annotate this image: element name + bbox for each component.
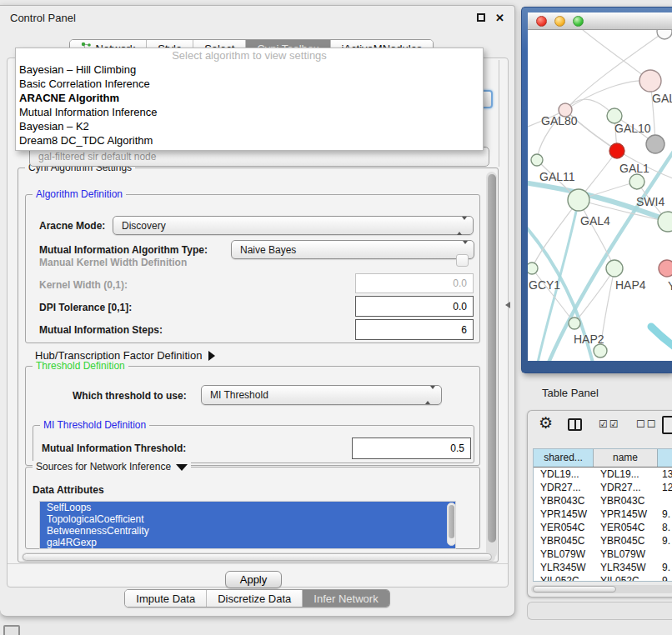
table-cell: YIL052C: [594, 574, 658, 582]
algorithm-option-dream8-dc-tdc-algorithm[interactable]: Dream8 DC_TDC Algorithm: [16, 133, 483, 148]
attribute-item-selfloops[interactable]: SelfLoops: [40, 502, 455, 513]
table-hscrollbar-thumb[interactable]: [533, 586, 616, 592]
network-edge[interactable]: [651, 327, 672, 349]
control-panel-titlebar: Control Panel ✕: [0, 6, 514, 29]
network-node[interactable]: [528, 262, 538, 274]
settings-hscrollbar[interactable]: [22, 552, 495, 562]
network-edge[interactable]: [565, 81, 650, 110]
table-row[interactable]: YBR043CYBR043C: [534, 494, 672, 508]
sources-group: Sources for Network Inference Data Attri…: [25, 467, 480, 549]
tab-infer-network[interactable]: Infer Network: [303, 590, 389, 607]
node-label-hap2: HAP2: [574, 332, 604, 346]
panel-divider-collapse-icon[interactable]: [505, 302, 510, 308]
attribute-item-gal4rgexp[interactable]: gal4RGexp: [40, 537, 455, 548]
which-threshold-select[interactable]: MI Threshold: [201, 385, 442, 405]
manual-kernel-checkbox[interactable]: [456, 254, 469, 267]
close-traffic-light-icon[interactable]: [536, 16, 547, 27]
node-label-gal4: GAL4: [580, 214, 610, 228]
network-node[interactable]: [658, 212, 672, 232]
bottom-tabs: Impute DataDiscretize DataInfer Network: [124, 589, 389, 608]
table-cell: YPR145W: [534, 508, 594, 521]
table-row[interactable]: YER054CYER054C8.: [534, 521, 672, 534]
algorithm-option-bayesian-hill-climbing[interactable]: Bayesian – Hill Climbing: [16, 62, 483, 77]
dpi-tolerance-input[interactable]: [355, 296, 474, 317]
table-cell: [658, 494, 672, 508]
table-row[interactable]: YDL19...YDL19...13: [534, 468, 672, 481]
mi-threshold-group: MI Threshold Definition Mutual Informati…: [33, 425, 474, 463]
table-row[interactable]: YPR145WYPR145W9.: [534, 508, 672, 521]
threshold-definition-title: Threshold Definition: [33, 360, 128, 372]
algorithm-option-mutual-information-inference[interactable]: Mutual Information Inference: [16, 105, 483, 119]
network-node[interactable]: [609, 143, 624, 158]
network-node[interactable]: [606, 260, 623, 277]
tab-discretize-data[interactable]: Discretize Data: [207, 590, 303, 607]
table-row[interactable]: YLR345WYLR345W9.: [534, 561, 672, 574]
float-window-icon[interactable]: [477, 13, 485, 22]
table-cell: 9.: [658, 534, 672, 548]
which-threshold-label: Which threshold to use:: [73, 390, 187, 402]
minimized-window-icon[interactable]: [3, 625, 20, 635]
node-label-gal80: GAL80: [541, 114, 578, 128]
column-header-name[interactable]: name: [594, 449, 658, 467]
network-node[interactable]: [629, 174, 644, 189]
table-cell: YPR145W: [594, 508, 658, 521]
attributes-scrollbar[interactable]: [447, 502, 456, 546]
column-header-shared[interactable]: shared...: [534, 449, 594, 467]
mi-threshold-input[interactable]: [352, 438, 471, 459]
algorithm-option-aracne-algorithm[interactable]: ARACNE Algorithm: [16, 91, 483, 105]
network-node[interactable]: [657, 30, 672, 39]
zoom-traffic-light-icon[interactable]: [573, 16, 584, 27]
network-node[interactable]: [569, 318, 580, 329]
aracne-mode-select[interactable]: Discovery: [113, 216, 474, 235]
kernel-width-label: Kernel Width (0,1):: [39, 279, 128, 291]
algorithm-option-basic-correlation-inference[interactable]: Basic Correlation Inference: [16, 77, 483, 91]
gear-icon[interactable]: ⚙: [539, 413, 553, 432]
select-columns-icon[interactable]: ☑☑: [599, 418, 620, 430]
minimize-traffic-light-icon[interactable]: [554, 16, 565, 27]
table-row[interactable]: YBL079WYBL079W: [534, 548, 672, 561]
settings-scrollbar-thumb[interactable]: [488, 174, 496, 542]
kernel-width-input[interactable]: [355, 273, 474, 293]
split-columns-icon[interactable]: [568, 418, 582, 431]
network-node[interactable]: [639, 70, 661, 92]
sources-title[interactable]: Sources for Network Inference: [33, 461, 191, 472]
table-row[interactable]: YDR27...YDR27...12: [534, 481, 672, 494]
manual-kernel-label: Manual Kernel Width Definition: [39, 257, 187, 268]
deselect-columns-icon[interactable]: ☐☐: [636, 418, 658, 430]
algorithm-popup-placeholder: Select algorithm to view settings: [16, 48, 483, 62]
close-icon[interactable]: ✕: [495, 12, 504, 24]
table-panel-title: Table Panel: [542, 387, 599, 399]
mi-steps-input[interactable]: [355, 319, 474, 340]
tab-impute-data[interactable]: Impute Data: [125, 590, 207, 607]
node-table: shared...nameA YDL19...YDL19...13YDR27..…: [533, 448, 672, 582]
panel-title: Control Panel: [10, 12, 477, 24]
attribute-item-betweennesscentrality[interactable]: BetweennessCentrality: [40, 525, 455, 537]
table-cell: YDR27...: [534, 481, 594, 494]
network-node[interactable]: [594, 344, 607, 358]
apply-button[interactable]: Apply: [225, 571, 282, 588]
settings-scrollbar[interactable]: [486, 172, 497, 558]
network-node[interactable]: [568, 189, 589, 211]
import-table-icon[interactable]: [662, 416, 672, 434]
table-row[interactable]: YBR045CYBR045C9.: [534, 534, 672, 548]
mi-type-label: Mutual Information Algorithm Type:: [39, 244, 208, 256]
table-hscrollbar[interactable]: [531, 585, 672, 593]
network-canvas[interactable]: GALGAL80GAL10GAL11GAL1SWI4GAL4GCY1HAP4YH…: [528, 30, 672, 361]
table-cell: YIL052C: [534, 574, 594, 582]
settings-hscrollbar-thumb[interactable]: [23, 553, 492, 561]
algorithm-option-bayesian-k2[interactable]: Bayesian – K2: [16, 119, 483, 133]
network-view-window: GALGAL80GAL10GAL11GAL1SWI4GAL4GCY1HAP4YH…: [521, 7, 672, 373]
network-node[interactable]: [659, 260, 672, 277]
mi-type-select[interactable]: Naive Bayes: [231, 240, 474, 259]
which-threshold-value: MI Threshold: [210, 389, 268, 401]
data-attributes-list[interactable]: SelfLoopsTopologicalCoefficientBetweenne…: [39, 501, 456, 549]
network-node[interactable]: [646, 135, 664, 153]
attributes-scrollbar-thumb[interactable]: [449, 505, 454, 538]
table-row[interactable]: YIL052CYIL052C9.: [534, 574, 672, 582]
network-node[interactable]: [531, 154, 543, 166]
table-panel-footer: [527, 602, 672, 620]
network-edge[interactable]: [579, 200, 614, 268]
network-edge[interactable]: [578, 30, 650, 81]
attribute-item-topologicalcoefficient[interactable]: TopologicalCoefficient: [40, 513, 455, 525]
column-header-a[interactable]: A: [658, 449, 672, 467]
